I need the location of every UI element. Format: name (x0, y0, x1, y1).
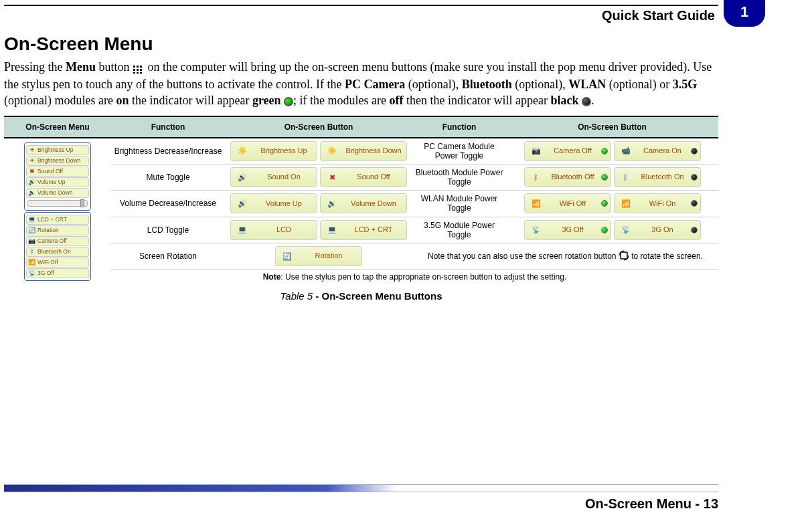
btn-label: 3G Off (548, 226, 598, 234)
speaker-icon: 🔉 (323, 196, 341, 211)
menu-preview-item: ᛒBluetooth On (26, 247, 89, 257)
camera-on-button[interactable]: 📹Camera On (614, 141, 701, 161)
btn-label: WiFi On (637, 200, 688, 208)
intro-text: the indicator will appear (129, 94, 252, 107)
status-dot-icon (601, 174, 608, 181)
volume-down-button[interactable]: 🔉Volume Down (320, 193, 407, 213)
table-note-row: Note: Use the stylus pen to tap the appr… (4, 270, 718, 285)
mi-label: Brightness Up (37, 146, 73, 153)
camera-off-button[interactable]: 📷Camera Off (524, 141, 611, 161)
speaker-icon: 🔊 (234, 196, 251, 211)
wifi-icon: 📶 (28, 259, 35, 266)
laptop-icon: 💻 (28, 216, 35, 223)
function-cell: Mute Toggle (111, 164, 225, 190)
col-header: Function (111, 116, 225, 138)
btn-label: Camera On (637, 147, 688, 155)
menu-preview-item: ☀Brightness Down (26, 156, 89, 166)
wifi-on-button[interactable]: 📶WiFi On (614, 193, 701, 213)
intro-text: then the indicator will appear (404, 94, 551, 107)
lcd-crt-button[interactable]: 💻LCD + CRT (320, 220, 407, 240)
mi-label: Volume Up (37, 179, 66, 185)
menu-preview-item: ☀Brightness Up (26, 145, 89, 155)
speaker-icon: 🔉 (28, 189, 35, 197)
svg-rect-5 (140, 69, 142, 71)
status-dot-icon (601, 200, 608, 207)
rotation-note-text: to rotate the screen. (629, 251, 703, 260)
speaker-icon: 🔊 (28, 179, 35, 186)
menu-grid-icon (133, 60, 145, 76)
status-dot-icon (691, 200, 698, 207)
off-word: off (390, 94, 404, 107)
table-row: Mute Toggle 🔊Sound On ✖Sound Off Bluetoo… (4, 164, 718, 190)
function-cell: Bluetooth Module Power Toggle (412, 164, 506, 190)
menu-preview-item: 🔄Rotation (26, 225, 89, 235)
table-row: Screen Rotation 🔄Rotation Note that you … (4, 243, 718, 270)
mi-label: Brightness Down (37, 157, 80, 164)
slider-thumb (80, 199, 84, 207)
rotation-button[interactable]: 🔄Rotation (275, 246, 362, 266)
mi-label: Camera Off (37, 237, 67, 244)
col-header: On-Screen Menu (4, 116, 111, 138)
mi-label: Volume Down (37, 189, 72, 196)
wifi-off-button[interactable]: 📶WiFi Off (524, 193, 611, 213)
volume-slider (27, 200, 88, 207)
menu-preview-upper: ☀Brightness Up ☀Brightness Down ✖Sound O… (24, 142, 91, 211)
table-note-cell: Note: Use the stylus pen to tap the appr… (111, 270, 718, 285)
note-bold: Note (263, 272, 281, 282)
bluetooth-word: Bluetooth (462, 78, 512, 91)
btn-label: Brightness Up (254, 147, 314, 155)
green-indicator-icon (284, 97, 293, 106)
sun-icon: ☀️ (234, 144, 251, 159)
bluetooth-off-button[interactable]: ᛒBluetooth Off (524, 167, 611, 187)
wifi-icon: 📶 (617, 196, 635, 211)
function-cell: WLAN Module Power Toggle (412, 191, 506, 217)
note-text: : Use the stylus pen to tap the appropri… (280, 272, 566, 282)
svg-rect-0 (133, 66, 135, 68)
intro-text: . (591, 94, 594, 107)
footer: On-Screen Menu - 13 (4, 484, 718, 512)
table-header-row: On-Screen Menu Function On-Screen Button… (4, 116, 718, 138)
btn-label: Bluetooth Off (548, 173, 598, 181)
mi-label: LCD + CRT (37, 216, 67, 223)
sound-on-button[interactable]: 🔊Sound On (230, 167, 317, 187)
btn-label: Sound Off (343, 173, 404, 181)
status-dot-icon (691, 174, 698, 181)
lcd-button[interactable]: 💻LCD (230, 220, 317, 240)
top-rule (4, 5, 718, 6)
menu-buttons-table: On-Screen Menu Function On-Screen Button… (4, 116, 718, 285)
g3-icon: 📡 (28, 270, 35, 277)
mute-icon: ✖ (323, 170, 341, 185)
brightness-down-button[interactable]: ☀️Brightness Down (320, 141, 407, 161)
page-body: On-Screen Menu Pressing the Menu button … (4, 33, 718, 302)
g3-on-button[interactable]: 📡3G On (614, 220, 701, 240)
bluetooth-on-button[interactable]: ᛒBluetooth On (614, 167, 701, 187)
g3-off-button[interactable]: 📡3G Off (524, 220, 611, 240)
btn-label: LCD (254, 226, 314, 234)
caption-rest: - On-Screen Menu Buttons (313, 290, 442, 302)
wifi-icon: 📶 (527, 196, 545, 211)
bluetooth-icon: ᛒ (28, 248, 35, 255)
sound-off-button[interactable]: ✖Sound Off (320, 167, 407, 187)
intro-text: (optional), (405, 78, 461, 91)
sun-icon: ☀️ (323, 144, 341, 159)
mi-label: Sound Off (37, 168, 63, 175)
menu-preview-item: ✖Sound Off (26, 167, 89, 177)
bluetooth-icon: ᛒ (527, 170, 545, 185)
btn-label: Rotation (299, 252, 359, 260)
volume-up-button[interactable]: 🔊Volume Up (230, 193, 317, 213)
laptop-icon: 💻 (234, 223, 251, 237)
brightness-up-button[interactable]: ☀️Brightness Up (230, 141, 317, 161)
function-cell: Screen Rotation (111, 243, 225, 270)
col-header: On-Screen Button (225, 116, 412, 138)
table-caption: Table 5 - On-Screen Menu Buttons (4, 290, 718, 302)
btn-label: Volume Up (254, 200, 314, 208)
mi-label: 3G Off (37, 270, 54, 276)
rotation-note-text: Note that you can also use the screen ro… (428, 251, 619, 260)
function-cell: LCD Toggle (111, 217, 225, 243)
g35-word: 3.5G (673, 78, 698, 91)
function-cell: Volume Decrease/Increase (111, 191, 225, 217)
intro-text: ; if the modules are (293, 94, 389, 107)
section-title: On-Screen Menu (4, 33, 718, 55)
mi-label: Bluetooth On (37, 248, 71, 255)
black-indicator-icon (582, 97, 591, 106)
